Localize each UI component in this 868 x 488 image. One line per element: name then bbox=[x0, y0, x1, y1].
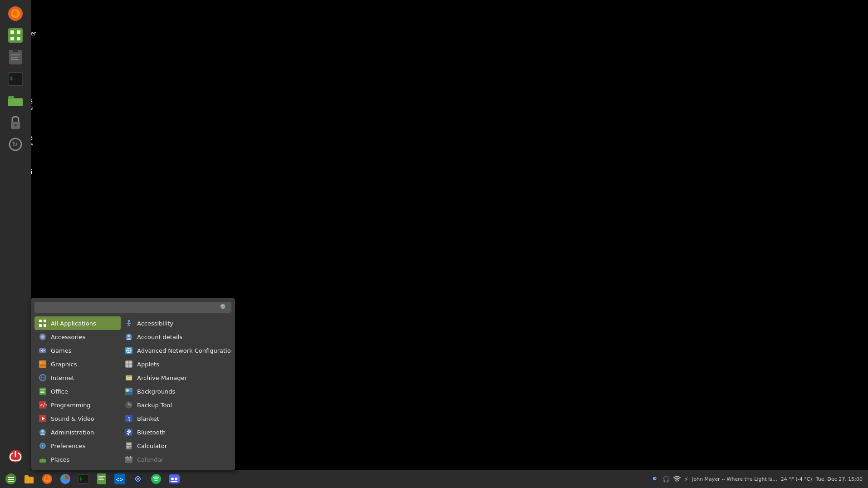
calculator-label: Calculator bbox=[137, 443, 167, 449]
svg-rect-83 bbox=[126, 365, 128, 367]
category-sound-video[interactable]: Sound & Video bbox=[34, 412, 121, 425]
places-icon bbox=[38, 455, 47, 464]
app-calculator[interactable]: Calculator bbox=[121, 439, 231, 453]
app-archive-manager[interactable]: Archive Manager bbox=[121, 371, 231, 384]
taskbar-steam-btn[interactable] bbox=[130, 471, 146, 487]
app-blanket[interactable]: ♫ Blanket bbox=[121, 412, 231, 425]
sidebar-icon-clipboard[interactable] bbox=[5, 47, 25, 67]
programming-label: Programming bbox=[51, 402, 91, 409]
svg-rect-121 bbox=[98, 476, 105, 477]
taskbar-firefox-btn[interactable] bbox=[39, 471, 55, 487]
app-applets[interactable]: Applets bbox=[121, 357, 231, 371]
games-label: Games bbox=[51, 347, 71, 354]
sidebar-icon-terminal[interactable]: $_ bbox=[5, 69, 25, 89]
app-bluetooth[interactable]: Bluetooth bbox=[121, 425, 231, 439]
category-administration[interactable]: Administration bbox=[34, 425, 121, 439]
headphones-tray-icon[interactable]: 🎧 bbox=[662, 476, 670, 483]
taskbar-chromium-btn[interactable] bbox=[57, 471, 74, 487]
app-advanced-network[interactable]: Advanced Network Configuration bbox=[121, 344, 231, 357]
svg-rect-98 bbox=[128, 446, 130, 447]
svg-rect-30 bbox=[11, 54, 20, 55]
backgrounds-app-icon bbox=[124, 387, 133, 396]
internet-icon bbox=[38, 373, 47, 382]
sidebar-icon-refresh[interactable]: ↻ bbox=[5, 134, 25, 154]
taskbar-menu-btn[interactable] bbox=[3, 471, 19, 487]
accessibility-label: Accessibility bbox=[137, 320, 173, 327]
svg-point-51 bbox=[40, 362, 42, 364]
bluetooth-label: Bluetooth bbox=[137, 429, 166, 436]
steam-tray-icon[interactable] bbox=[651, 474, 659, 484]
category-internet[interactable]: Internet bbox=[34, 371, 121, 384]
svg-rect-107 bbox=[130, 459, 131, 460]
svg-rect-89 bbox=[125, 392, 132, 395]
svg-rect-41 bbox=[44, 320, 46, 322]
svg-rect-32 bbox=[11, 59, 19, 60]
accessories-icon bbox=[38, 332, 47, 341]
svg-text:<>: <> bbox=[116, 476, 123, 483]
taskbar-spotify-btn[interactable] bbox=[148, 471, 164, 487]
taskbar-tray: 🎧 ⚡ John Mayer -- Where the Light Is... … bbox=[651, 474, 866, 484]
svg-point-36 bbox=[14, 124, 17, 127]
app-menu: 🔍 All Applications bbox=[31, 298, 235, 470]
category-places[interactable]: Places bbox=[34, 453, 121, 466]
taskbar-discord-btn[interactable] bbox=[166, 471, 182, 487]
app-backgrounds[interactable]: Backgrounds bbox=[121, 384, 231, 398]
sound-video-icon bbox=[38, 414, 47, 423]
category-games[interactable]: Games bbox=[34, 344, 121, 357]
app-account-details[interactable]: Account details bbox=[121, 330, 231, 344]
svg-rect-112 bbox=[8, 479, 14, 480]
sidebar-icon-firefox-alt[interactable] bbox=[5, 4, 25, 24]
app-calendar[interactable]: Calendar bbox=[121, 453, 231, 466]
taskbar-files-btn[interactable] bbox=[21, 471, 37, 487]
svg-rect-47 bbox=[41, 350, 42, 351]
app-backup-tool[interactable]: Backup Tool bbox=[121, 398, 231, 412]
power-tray-icon[interactable]: ⚡ bbox=[684, 476, 688, 483]
svg-rect-58 bbox=[40, 391, 44, 392]
svg-rect-122 bbox=[98, 478, 103, 478]
all-apps-label: All Applications bbox=[51, 320, 96, 327]
app-accessibility[interactable]: Accessibility bbox=[121, 316, 231, 330]
search-input[interactable] bbox=[38, 304, 220, 311]
preferences-icon bbox=[38, 441, 47, 450]
svg-point-136 bbox=[654, 478, 655, 478]
svg-rect-23 bbox=[8, 28, 23, 43]
svg-rect-100 bbox=[127, 448, 128, 449]
svg-rect-42 bbox=[39, 324, 42, 327]
svg-point-69 bbox=[128, 320, 130, 322]
internet-label: Internet bbox=[51, 375, 74, 381]
category-programming[interactable]: </> Programming bbox=[34, 398, 121, 412]
taskbar-terminal-btn[interactable]: $ _ bbox=[75, 471, 92, 487]
calendar-app-icon bbox=[124, 455, 133, 464]
svg-point-128 bbox=[137, 478, 139, 480]
sidebar-icon-grid[interactable] bbox=[5, 25, 25, 45]
sidebar: $_ ↻ bbox=[0, 0, 31, 470]
category-preferences[interactable]: Preferences bbox=[34, 439, 121, 453]
svg-rect-50 bbox=[39, 360, 46, 368]
category-office[interactable]: Office bbox=[34, 384, 121, 398]
search-bar[interactable]: 🔍 bbox=[34, 302, 231, 313]
svg-rect-113 bbox=[8, 481, 14, 482]
svg-rect-99 bbox=[130, 446, 131, 447]
places-label: Places bbox=[51, 456, 69, 463]
archive-app-icon bbox=[124, 373, 133, 382]
sound-video-label: Sound & Video bbox=[51, 415, 94, 422]
svg-rect-81 bbox=[126, 361, 128, 364]
calendar-label: Calendar bbox=[137, 456, 163, 463]
svg-rect-29 bbox=[13, 49, 18, 52]
sidebar-icon-lock[interactable] bbox=[5, 113, 25, 133]
svg-rect-59 bbox=[40, 392, 44, 393]
svg-rect-123 bbox=[98, 479, 104, 480]
taskbar-gedit-btn[interactable] bbox=[93, 471, 110, 487]
svg-rect-87 bbox=[128, 376, 130, 377]
category-graphics[interactable]: Graphics bbox=[34, 357, 121, 371]
taskbar-vscode-btn[interactable]: <> bbox=[112, 471, 128, 487]
sidebar-icon-folder[interactable] bbox=[5, 91, 25, 111]
blanket-label: Blanket bbox=[137, 415, 159, 422]
category-accessories[interactable]: Accessories bbox=[34, 330, 121, 344]
sidebar-icon-power[interactable] bbox=[5, 446, 25, 466]
network-app-icon bbox=[124, 346, 133, 355]
category-all-apps[interactable]: All Applications bbox=[34, 316, 121, 330]
wifi-tray-icon[interactable] bbox=[673, 475, 681, 483]
preferences-label: Preferences bbox=[51, 443, 85, 449]
svg-rect-102 bbox=[130, 448, 131, 449]
